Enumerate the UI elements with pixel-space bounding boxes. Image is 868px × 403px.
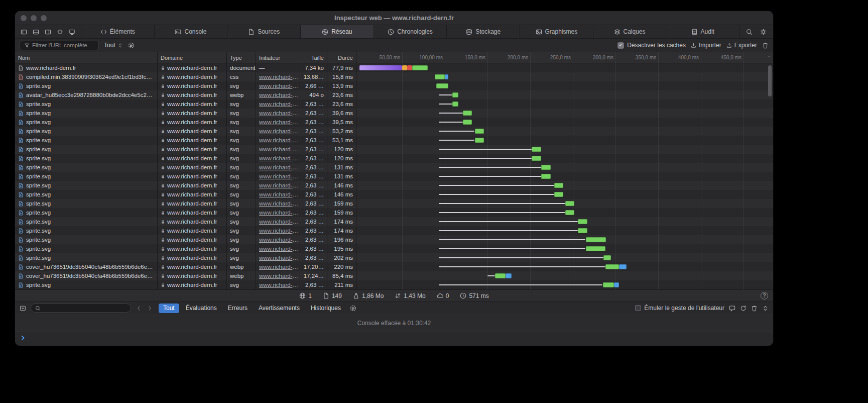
initiator-link[interactable]: www.richard-d…	[259, 200, 300, 207]
tab-sources[interactable]: Sources	[227, 25, 301, 38]
emulate-user-gesture-checkbox[interactable]	[635, 305, 641, 311]
initiator-link[interactable]: www.richard-d…	[259, 164, 300, 170]
initiator-link[interactable]: www.richard-d…	[259, 191, 300, 197]
network-request-row[interactable]: cover_hu736519dc3b5040cfa48b6b559b6de6ec…	[15, 271, 773, 280]
disable-caches-checkbox[interactable]	[617, 42, 624, 49]
tab-audit[interactable]: Audit	[666, 25, 739, 38]
network-request-row[interactable]: sprite.svgwww.richard-dern.frsvgwww.rich…	[15, 181, 773, 190]
network-request-row[interactable]: sprite.svgwww.richard-dern.frsvgwww.rich…	[15, 145, 773, 154]
url-filter-input[interactable]: Filtrer l'URL complète	[20, 41, 99, 50]
export-button[interactable]: Exporter	[726, 42, 757, 49]
network-request-row[interactable]: sprite.svgwww.richard-dern.frsvgwww.rich…	[15, 118, 773, 127]
network-request-row[interactable]: sprite.svgwww.richard-dern.frsvgwww.rich…	[15, 154, 773, 163]
network-request-row[interactable]: sprite.svgwww.richard-dern.frsvgwww.rich…	[15, 280, 773, 289]
initiator-link[interactable]: www.richard-d…	[259, 74, 300, 80]
network-request-row[interactable]: sprite.svgwww.richard-dern.frsvgwww.rich…	[15, 208, 773, 217]
initiator-link[interactable]: www.richard-d…	[259, 173, 300, 179]
tab-graphismes[interactable]: Graphismes	[520, 25, 593, 38]
zoom-button[interactable]	[41, 15, 47, 21]
search-icon[interactable]	[746, 29, 753, 35]
network-request-row[interactable]: sprite.svgwww.richard-dern.frsvgwww.rich…	[15, 226, 773, 235]
column-header-taille[interactable]: Taille	[303, 52, 327, 63]
column-header-domaine[interactable]: Domaine	[158, 52, 227, 63]
console-messages-icon[interactable]	[729, 305, 735, 312]
console-prompt[interactable]	[15, 332, 773, 346]
network-request-row[interactable]: sprite.svgwww.richard-dern.frsvgwww.rich…	[15, 244, 773, 253]
network-request-row[interactable]: compiled.min.38390909f303624ed9e1cf1bd3f…	[15, 72, 773, 81]
tab-elements[interactable]: Éléments	[81, 25, 155, 38]
initiator-link[interactable]: www.richard-d…	[259, 128, 300, 134]
network-request-row[interactable]: sprite.svgwww.richard-dern.frsvgwww.rich…	[15, 217, 773, 226]
column-header-nom[interactable]: Nom	[15, 52, 158, 63]
network-request-row[interactable]: www.richard-dern.frwww.richard-dern.frdo…	[15, 63, 773, 72]
tab-chronologies[interactable]: Chronologies	[374, 25, 447, 38]
initiator-link[interactable]: www.richard-d…	[259, 210, 300, 216]
network-request-row[interactable]: sprite.svgwww.richard-dern.frsvgwww.rich…	[15, 109, 773, 118]
initiator-link[interactable]: www.richard-d…	[259, 228, 300, 234]
help-icon[interactable]: ?	[761, 292, 768, 299]
tab-calques[interactable]: Calques	[593, 25, 667, 38]
column-header-duree[interactable]: Durée	[327, 52, 356, 63]
network-request-row[interactable]: sprite.svgwww.richard-dern.frsvgwww.rich…	[15, 136, 773, 145]
network-request-row[interactable]: sprite.svgwww.richard-dern.frsvgwww.rich…	[15, 190, 773, 199]
initiator-link[interactable]: www.richard-d…	[259, 255, 300, 261]
initiator-link[interactable]: www.richard-d…	[259, 246, 300, 252]
initiator-link[interactable]: www.richard-d…	[259, 92, 300, 98]
console-tab-evaluations[interactable]: Évaluations	[181, 304, 221, 313]
initiator-link[interactable]: www.richard-d…	[259, 101, 300, 107]
tab-reseau[interactable]: Réseau	[301, 25, 374, 38]
close-button[interactable]	[21, 15, 27, 21]
initiator-link[interactable]: www.richard-d…	[259, 219, 300, 225]
console-tab-historiques[interactable]: Historiques	[306, 304, 345, 313]
initiator-link[interactable]: www.richard-d…	[259, 264, 300, 270]
settings-gear-icon[interactable]	[760, 29, 767, 35]
initiator-link[interactable]: www.richard-d…	[259, 155, 300, 161]
console-search-input[interactable]	[31, 304, 131, 313]
console-scope-icon[interactable]	[20, 305, 26, 312]
reload-icon[interactable]	[740, 305, 747, 312]
initiator-link[interactable]: www.richard-d…	[259, 273, 300, 279]
dock-side-icon[interactable]	[21, 29, 27, 35]
network-request-row[interactable]: sprite.svgwww.richard-dern.frsvgwww.rich…	[15, 172, 773, 181]
tab-console[interactable]: Console	[155, 25, 228, 38]
network-request-row[interactable]: sprite.svgwww.richard-dern.frsvgwww.rich…	[15, 235, 773, 244]
console-filter-options-icon[interactable]	[350, 305, 356, 312]
filter-options-icon[interactable]	[128, 42, 135, 49]
scrollbar-thumb[interactable]	[768, 65, 772, 96]
resource-type-dropdown[interactable]: Tout	[104, 42, 123, 49]
clear-network-icon[interactable]	[762, 42, 769, 49]
network-request-row[interactable]: sprite.svgwww.richard-dern.frsvgwww.rich…	[15, 81, 773, 90]
network-request-row[interactable]: sprite.svgwww.richard-dern.frsvgwww.rich…	[15, 253, 773, 262]
initiator-link[interactable]: www.richard-d…	[259, 237, 300, 243]
initiator-link[interactable]: www.richard-d…	[259, 282, 300, 288]
console-tab-tout[interactable]: Tout	[159, 304, 179, 313]
undock-icon[interactable]	[45, 29, 51, 35]
dock-bottom-icon[interactable]	[33, 29, 39, 35]
expand-console-icon[interactable]	[762, 305, 769, 312]
network-request-row[interactable]: sprite.svgwww.richard-dern.frsvgwww.rich…	[15, 199, 773, 208]
initiator-link[interactable]: www.richard-d…	[259, 83, 300, 89]
tab-stockage[interactable]: Stockage	[447, 25, 520, 38]
import-button[interactable]: Importer	[691, 42, 721, 49]
network-request-row[interactable]: sprite.svgwww.richard-dern.frsvgwww.rich…	[15, 127, 773, 136]
emulate-user-gesture-toggle[interactable]: Émuler le geste de l'utilisateur	[635, 305, 724, 312]
minimize-button[interactable]	[31, 15, 37, 21]
initiator-link[interactable]: www.richard-d…	[259, 137, 300, 143]
column-header-initiateur[interactable]: Initiateur	[256, 52, 303, 63]
network-request-row[interactable]: cover_hu736519dc3b5040cfa48b6b559b6de6ec…	[15, 262, 773, 271]
network-request-row[interactable]: sprite.svgwww.richard-dern.frsvgwww.rich…	[15, 163, 773, 172]
next-result-icon[interactable]	[147, 305, 153, 312]
device-settings-icon[interactable]	[69, 29, 75, 35]
initiator-link[interactable]: www.richard-d…	[259, 182, 300, 188]
console-tab-avertissements[interactable]: Avertissements	[254, 304, 304, 313]
scroll-top-icon[interactable]	[767, 54, 772, 59]
inspect-element-icon[interactable]	[57, 29, 63, 35]
network-request-row[interactable]: sprite.svgwww.richard-dern.frsvgwww.rich…	[15, 99, 773, 109]
disable-caches-toggle[interactable]: Désactiver les caches	[617, 42, 686, 49]
initiator-link[interactable]: www.richard-d…	[259, 110, 300, 116]
initiator-link[interactable]: www.richard-d…	[259, 146, 300, 152]
column-header-type[interactable]: Type	[227, 52, 256, 63]
console-tab-erreurs[interactable]: Erreurs	[223, 304, 252, 313]
previous-result-icon[interactable]	[136, 305, 142, 312]
network-request-row[interactable]: avatar_hu85ecc3e298728880b0bde2dcc4e5c23…	[15, 90, 773, 99]
